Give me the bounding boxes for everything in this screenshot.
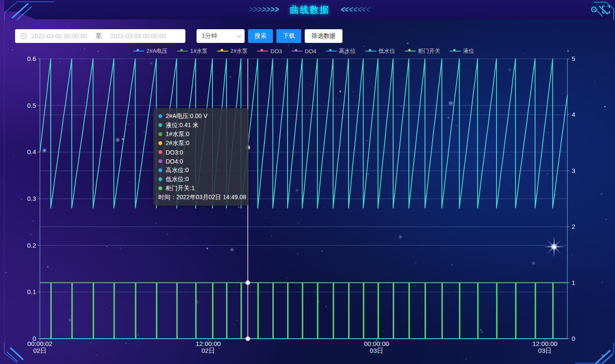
interval-select[interactable]: 1分钟 (197, 29, 245, 43)
tooltip-row-1#水泵: 1#水泵:0 (158, 130, 242, 139)
chevron-down-icon (237, 33, 242, 38)
chart-tooltip: 2#A电压:0.00 V液位:0.41 米1#水泵:02#水泵:0DO3:0DO… (153, 108, 248, 206)
legend-label: DO3 (270, 48, 282, 55)
tooltip-value: 柜门开关:1 (166, 185, 195, 192)
tooltip-value: DO3:0 (166, 149, 183, 156)
toolbar: 2022-03-02 00:00:00 至 2022-03-03 00:00:0… (15, 29, 342, 43)
y-axis-label-right: 3 (572, 167, 575, 174)
chart-legend: 2#A电压1#水泵2#水泵DO3DO4高水位低水位柜门开关液位 (40, 47, 567, 55)
title-bar: >>>>>>> 曲线数据 <<<<<<< (4, 0, 615, 19)
legend-item-1#水泵[interactable]: 1#水泵 (177, 47, 207, 55)
interval-selected-value: 1分钟 (202, 32, 217, 40)
highlight-point (245, 337, 250, 341)
legend-marker-icon (133, 49, 144, 54)
start-time-value[interactable]: 2022-03-02 00:00:00 (31, 33, 87, 39)
series-color-dot-icon (158, 150, 162, 154)
tooltip-row-低水位: 低水位:0 (158, 175, 242, 184)
series-door-switch (40, 283, 567, 339)
legend-item-DO4[interactable]: DO4 (291, 47, 316, 55)
legend-label: 低水位 (379, 47, 395, 55)
x-axis-label-day: 02日 (201, 347, 215, 354)
legend-marker-icon (450, 49, 461, 54)
legend-marker-icon (326, 49, 337, 54)
tooltip-row-液位: 液位:0.41 米 (158, 121, 242, 130)
legend-label: 高水位 (339, 47, 356, 55)
y-axis-label-right: 5 (572, 55, 575, 62)
tooltip-value: 2#A电压:0.00 V (166, 112, 207, 120)
gear-icon[interactable]: ⚙ (590, 5, 598, 14)
series-color-dot-icon (158, 177, 162, 181)
tooltip-row-柜门开关: 柜门开关:1 (158, 184, 242, 193)
legend-label: 2#水泵 (230, 47, 248, 55)
download-button[interactable]: 下载 (276, 29, 301, 43)
tooltip-value: 2#水泵:0 (166, 140, 189, 147)
tooltip-row-高水位: 高水位:0 (158, 166, 242, 175)
clock-icon (20, 33, 27, 39)
y-axis-label-right: 4 (572, 111, 575, 118)
legend-item-高水位[interactable]: 高水位 (326, 47, 356, 55)
y-axis-label-right: 0 (572, 335, 575, 342)
filter-data-button[interactable]: 筛选数据 (305, 29, 342, 43)
title-right-chevrons-decoration: <<<<<<< (341, 6, 371, 14)
x-axis-label-day: 02日 (33, 347, 47, 354)
page: >>>>>>> 曲线数据 <<<<<<< ⚙ 2022-03-02 00:00:… (0, 0, 615, 364)
tooltip-timestamp: 时间：2022年03月02日 14:49.08 (158, 193, 242, 202)
header-actions: ⚙ (590, 5, 610, 14)
legend-label: 柜门开关 (418, 47, 440, 55)
tooltip-value: 液位:0.41 米 (166, 121, 199, 129)
x-axis-label-time: 12:00:00 (196, 340, 221, 347)
x-axis-label-time: 00:00:00 (364, 340, 389, 347)
legend-item-2#水泵[interactable]: 2#水泵 (217, 47, 248, 55)
end-time-value[interactable]: 2022-03-03 00:00:00 (110, 33, 166, 39)
tooltip-value: 高水位:0 (166, 167, 189, 174)
y-axis-label-left: 0.2 (27, 242, 36, 249)
tooltip-row-2#A电压: 2#A电压:0.00 V (158, 112, 242, 121)
date-separator: 至 (96, 32, 102, 40)
y-axis-label-right: 2 (572, 223, 575, 230)
date-range-picker[interactable]: 2022-03-02 00:00:00 至 2022-03-03 00:00:0… (15, 29, 185, 43)
highlight-point (245, 281, 250, 285)
y-axis-label-left: 0.1 (27, 288, 36, 295)
legend-label: 2#A电压 (146, 47, 167, 55)
y-axis-label-right: 1 (572, 279, 575, 286)
legend-marker-icon (177, 49, 188, 54)
series-color-dot-icon (158, 114, 162, 118)
legend-item-DO3[interactable]: DO3 (257, 47, 282, 55)
series-color-dot-icon (158, 132, 162, 136)
legend-item-液位[interactable]: 液位 (450, 47, 474, 55)
y-axis-label-left: 0.6 (27, 55, 36, 62)
legend-marker-icon (405, 49, 416, 54)
series-color-dot-icon (158, 123, 162, 127)
legend-item-低水位[interactable]: 低水位 (365, 47, 395, 55)
legend-label: 液位 (463, 47, 474, 55)
legend-marker-icon (291, 49, 303, 54)
y-axis-label-left: 0.4 (27, 148, 36, 155)
page-title: 曲线数据 (290, 4, 330, 16)
legend-marker-icon (365, 49, 376, 54)
tooltip-value: 低水位:0 (166, 176, 189, 183)
series-liquid-level (40, 59, 567, 208)
x-axis-label-time: 00:00:02 (27, 340, 52, 347)
tooltip-row-DO4: DO4:0 (158, 157, 242, 166)
chevron-decoration: < (365, 4, 370, 15)
x-axis-label-day: 03日 (370, 347, 384, 354)
search-button[interactable]: 搜索 (248, 29, 273, 43)
fullscreen-icon[interactable] (602, 6, 610, 13)
y-axis-label-left: 0.5 (27, 102, 36, 109)
tooltip-value: 1#水泵:0 (166, 130, 189, 138)
x-axis-label-time: 12:00:00 (533, 340, 557, 347)
series-color-dot-icon (158, 141, 162, 145)
legend-marker-icon (217, 49, 228, 54)
legend-item-2#A电压[interactable]: 2#A电压 (133, 47, 167, 55)
tooltip-value: DO4:0 (166, 158, 183, 165)
title-left-chevrons-decoration: >>>>>>> (249, 6, 279, 14)
y-axis-label-left: 0.3 (27, 195, 36, 202)
legend-label: DO4 (305, 48, 316, 55)
tooltip-row-DO3: DO3:0 (158, 148, 242, 157)
series-color-dot-icon (158, 186, 162, 190)
legend-marker-icon (257, 49, 268, 54)
tooltip-row-2#水泵: 2#水泵:0 (158, 139, 242, 148)
legend-item-柜门开关[interactable]: 柜门开关 (405, 47, 440, 55)
series-color-dot-icon (158, 159, 162, 163)
series-color-dot-icon (158, 168, 162, 172)
